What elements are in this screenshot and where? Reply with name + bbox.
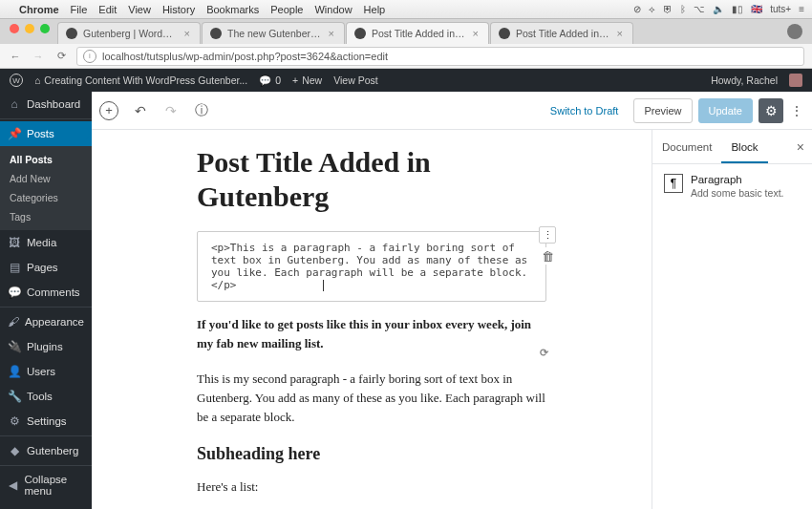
update-button[interactable]: Update — [698, 98, 753, 123]
switch-draft-button[interactable]: Switch to Draft — [541, 98, 629, 123]
menu-appearance[interactable]: 🖌Appearance — [0, 309, 92, 334]
undo-button[interactable]: ↶ — [132, 102, 149, 119]
close-inspector-button[interactable]: × — [797, 139, 804, 155]
wp-logo-icon[interactable]: W — [10, 74, 23, 87]
menu-posts[interactable]: 📌Posts — [0, 121, 92, 146]
app-name[interactable]: Chrome — [19, 4, 59, 15]
menu-gutenberg[interactable]: ◆Gutenberg — [0, 438, 92, 463]
block-delete-button[interactable]: 🗑 — [539, 247, 556, 265]
editor: + ↶ ↷ ⓘ Switch to Draft Preview Update ⚙… — [92, 92, 812, 509]
view-post-link[interactable]: View Post — [333, 74, 378, 86]
tray-flag-icon[interactable]: 🇬🇧 — [751, 4, 762, 14]
window-minimize[interactable] — [25, 24, 34, 33]
settings-gear-button[interactable]: ⚙ — [759, 98, 783, 123]
tray-vol-icon[interactable]: 🔈 — [713, 4, 724, 14]
comments-count[interactable]: 💬 0 — [259, 74, 281, 87]
tray-key-icon[interactable]: ⌥ — [694, 4, 705, 14]
new-button[interactable]: + New — [292, 74, 322, 86]
submenu-tags[interactable]: Tags — [0, 207, 92, 226]
tab-label: The new Gutenberg editing ex — [227, 28, 321, 39]
more-menu-button[interactable]: ⋮ — [789, 103, 804, 118]
block-options-button[interactable]: ⋮ — [539, 226, 556, 244]
tab-close[interactable]: × — [471, 28, 481, 39]
redo-button: ↷ — [162, 102, 180, 119]
browser-tab-active[interactable]: Post Title Added in Gutenber × — [346, 22, 489, 44]
menu-view[interactable]: View — [128, 4, 151, 15]
paragraph-block[interactable]: This is my second paragraph - a fairly b… — [197, 370, 546, 427]
user-avatar-icon[interactable] — [789, 74, 802, 87]
html-block-selected[interactable]: <p>This is a paragraph - a fairly boring… — [197, 231, 546, 302]
dashboard-icon: ⌂ — [8, 97, 21, 111]
editor-canvas[interactable]: Post Title Added in Gutenberg <p>This is… — [92, 130, 652, 509]
menu-plugins[interactable]: 🔌Plugins — [0, 334, 92, 359]
submenu-add-new[interactable]: Add New — [0, 169, 92, 188]
tray-wifi-icon[interactable]: ⟡ — [649, 4, 655, 15]
menu-help[interactable]: Help — [364, 4, 386, 15]
collapse-menu[interactable]: ◀Collapse menu — [0, 468, 92, 502]
preview-button[interactable]: Preview — [633, 98, 692, 123]
site-name[interactable]: ⌂ Creating Content With WordPress Gutenb… — [34, 74, 247, 86]
info-button[interactable]: ⓘ — [193, 102, 210, 119]
block-side-tools: ⋮ 🗑 — [539, 226, 556, 265]
wrench-icon: 🔧 — [8, 390, 21, 403]
gutenberg-icon: ◆ — [8, 444, 21, 457]
browser-tab[interactable]: Post Title Added in Gutenberg × — [490, 22, 633, 44]
editor-toolbar: + ↶ ↷ ⓘ Switch to Draft Preview Update ⚙… — [92, 92, 812, 130]
tray-brand[interactable]: tuts+ — [770, 4, 791, 14]
nav-back-icon[interactable]: ← — [8, 51, 23, 62]
menu-pages[interactable]: ▤Pages — [0, 255, 92, 280]
menu-media[interactable]: 🖼Media — [0, 230, 92, 255]
favicon-icon — [210, 28, 222, 39]
tray-neg-icon[interactable]: ⊘ — [633, 4, 641, 14]
chrome-toolbar: ← → ⟳ i localhost/tutsplus/wp-admin/post… — [0, 44, 812, 69]
site-info-icon[interactable]: i — [83, 50, 96, 63]
tab-label: Gutenberg | WordPress.org — [83, 28, 177, 39]
tray-bat-icon[interactable]: ▮▯ — [732, 4, 743, 14]
tab-close[interactable]: × — [327, 28, 336, 39]
post-title[interactable]: Post Title Added in Gutenberg — [197, 145, 546, 214]
menu-window[interactable]: Window — [314, 4, 352, 15]
window-close[interactable] — [10, 24, 19, 33]
browser-tab[interactable]: Gutenberg | WordPress.org × — [57, 22, 201, 44]
tray-ham-icon[interactable]: ≡ — [799, 4, 804, 14]
menu-tools[interactable]: 🔧Tools — [0, 384, 92, 409]
wp-admin-bar: W ⌂ Creating Content With WordPress Gute… — [0, 69, 812, 92]
tray-shield-icon[interactable]: ⛨ — [663, 4, 673, 14]
paragraph-icon: ¶ — [664, 174, 683, 193]
paragraph-block[interactable]: Here's a list: — [197, 477, 546, 497]
mac-menu-bar: Chrome File Edit View History Bookmarks … — [0, 0, 812, 19]
nav-forward-icon: → — [31, 51, 46, 62]
tab-close[interactable]: × — [615, 28, 625, 39]
tab-document[interactable]: Document — [652, 130, 721, 163]
window-zoom[interactable] — [40, 24, 50, 33]
block-type-desc: Add some basic text. — [691, 187, 783, 199]
brush-icon: 🖌 — [8, 315, 19, 329]
heading-block[interactable]: Subheading here — [197, 444, 546, 464]
menu-edit[interactable]: Edit — [98, 4, 117, 15]
profile-avatar-icon[interactable] — [787, 24, 802, 39]
chrome-tab-strip: Gutenberg | WordPress.org × The new Gute… — [0, 19, 812, 44]
submenu-categories[interactable]: Categories — [0, 188, 92, 207]
browser-tab[interactable]: The new Gutenberg editing ex × — [202, 22, 345, 44]
menu-people[interactable]: People — [270, 4, 303, 15]
add-block-button[interactable]: + — [99, 101, 118, 120]
menu-comments[interactable]: 💬Comments — [0, 280, 92, 305]
menu-file[interactable]: File — [71, 4, 88, 15]
paragraph-block-bold[interactable]: If you'd like to get posts like this in … — [197, 315, 546, 352]
submenu-all-posts[interactable]: All Posts — [0, 150, 92, 169]
tab-block[interactable]: Block — [721, 130, 767, 163]
page-icon: ▤ — [8, 261, 21, 274]
howdy-text[interactable]: Howdy, Rachel — [711, 74, 778, 86]
reusable-icon[interactable]: ⟳ — [540, 345, 548, 361]
tray-bt-icon[interactable]: ᛒ — [680, 4, 686, 14]
address-bar[interactable]: i localhost/tutsplus/wp-admin/post.php?p… — [76, 47, 804, 66]
tab-label: Post Title Added in Gutenberg — [516, 28, 609, 39]
menu-bookmarks[interactable]: Bookmarks — [206, 4, 259, 15]
tab-close[interactable]: × — [182, 28, 192, 39]
menu-dashboard[interactable]: ⌂Dashboard — [0, 92, 92, 117]
menu-users[interactable]: 👤Users — [0, 359, 92, 384]
menu-history[interactable]: History — [162, 4, 195, 15]
menu-settings[interactable]: ⚙Settings — [0, 409, 92, 434]
nav-reload-icon[interactable]: ⟳ — [53, 50, 69, 62]
comment-icon: 💬 — [8, 286, 21, 299]
